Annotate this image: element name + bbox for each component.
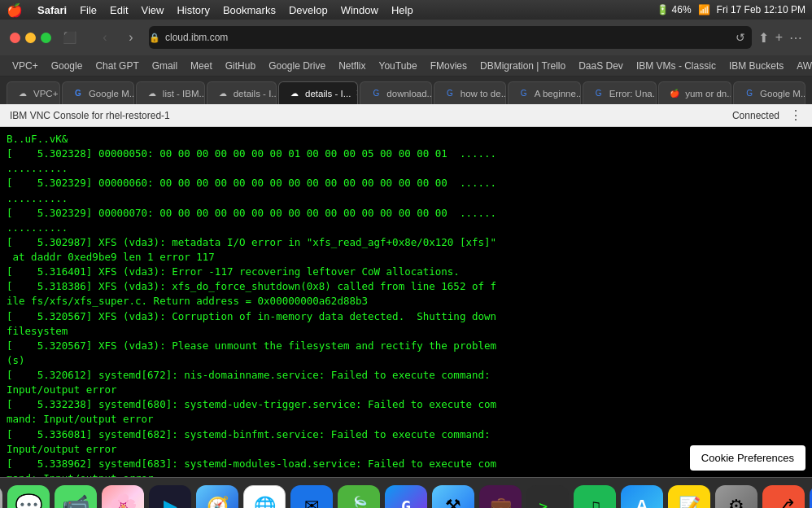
dock-item-mongodb[interactable]: 🍃: [338, 485, 380, 509]
bookmark-daas[interactable]: DaaS Dev: [573, 59, 629, 73]
apple-menu[interactable]: 🍎: [7, 2, 23, 18]
bookmark-chatgpt[interactable]: Chat GPT: [89, 59, 144, 73]
dock-item-mail[interactable]: ✉: [290, 485, 333, 509]
mongodb-icon: 🍃: [348, 496, 370, 509]
menu-bookmarks[interactable]: Bookmarks: [216, 2, 282, 18]
forward-button[interactable]: ›: [120, 26, 142, 49]
dock-item-goland[interactable]: G: [385, 485, 427, 509]
maximize-window-button[interactable]: [41, 33, 51, 43]
tab-howto[interactable]: G how to de...: [434, 81, 506, 104]
bookmark-gmail[interactable]: Gmail: [146, 59, 183, 73]
facetime-icon: 📹: [62, 493, 90, 508]
vnc-status: Connected: [732, 110, 779, 121]
dock: 🗂 ⊞ 💬 📹 🌸 ▶ 🧭 🌐 ✉ 🍃 G ⚒ 💼 >_ ♫ A: [0, 477, 812, 508]
dock-item-terminal[interactable]: >_: [526, 485, 569, 509]
git-icon: ⎇: [774, 496, 794, 509]
safari-icon: 🧭: [207, 496, 229, 509]
dock-item-safari[interactable]: 🧭: [196, 485, 238, 509]
tab-label-google2: Google M...: [760, 89, 805, 99]
bookmark-github[interactable]: GitHub: [220, 59, 261, 73]
menu-view[interactable]: View: [135, 2, 171, 18]
menu-safari[interactable]: Safari: [31, 2, 73, 18]
extensions-button[interactable]: ⋯: [789, 30, 802, 46]
tab-list[interactable]: ☁ list - IBM...: [136, 81, 205, 104]
dock-item-system-prefs[interactable]: ⚙: [715, 485, 757, 509]
bookmark-fmovies[interactable]: FMovies: [425, 59, 473, 73]
cookie-preferences-popup[interactable]: Cookie Preferences: [690, 445, 805, 471]
vnc-console[interactable]: B..uF..vK& [ 5.302328] 00000050: 00 00 0…: [0, 127, 812, 477]
tab-label-vpc: VPC+: [33, 89, 58, 99]
tab-google2[interactable]: G Google M...: [733, 81, 805, 104]
vnc-menu-button[interactable]: ⋮: [789, 107, 802, 123]
share-button[interactable]: ⬆: [758, 30, 769, 46]
vnc-console-wrapper: B..uF..vK& [ 5.302328] 00000050: 00 00 0…: [0, 127, 812, 477]
bookmark-ibmvms[interactable]: IBM VMs - Classic: [631, 59, 722, 73]
tab-label-google1: Google M...: [89, 89, 134, 99]
dock-item-launchpad[interactable]: ⊞: [0, 485, 2, 509]
goland-icon: G: [401, 497, 411, 509]
bookmark-vpc[interactable]: VPC+: [7, 59, 44, 73]
tab-details2[interactable]: ☁ details - I... ✕: [278, 81, 358, 104]
appstore-icon: A: [635, 496, 648, 509]
tab-vpc[interactable]: ☁ VPC+: [7, 81, 60, 104]
tab-error[interactable]: G Error: Una...: [583, 81, 657, 104]
menu-bar: 🍎 Safari File Edit View History Bookmark…: [0, 0, 812, 20]
photos-icon: 🌸: [109, 493, 138, 508]
dock-item-facetime[interactable]: 📹: [55, 485, 97, 509]
system-prefs-icon: ⚙: [728, 496, 744, 509]
bookmark-aws[interactable]: AWS S3 Buckets: [791, 59, 812, 73]
wifi-icon: 📶: [698, 4, 710, 15]
tab-beginner[interactable]: G A beginne...: [508, 81, 581, 104]
traffic-lights: [10, 33, 51, 43]
tab-details1[interactable]: ☁ details - I...: [207, 81, 277, 104]
url-text: cloud.ibm.com: [165, 32, 228, 43]
bookmark-meet[interactable]: Meet: [185, 59, 218, 73]
menu-file[interactable]: File: [73, 2, 103, 18]
terminal-icon: >_: [539, 497, 557, 508]
vnc-toolbar: IBM VNC Console for rhel-restored-1 Conn…: [0, 104, 812, 127]
reload-button[interactable]: ↺: [736, 31, 745, 44]
bookmark-youtube[interactable]: YouTube: [373, 59, 423, 73]
sidebar-toggle-button[interactable]: ⬛: [58, 26, 81, 49]
vnc-console-text: B..uF..vK& [ 5.302328] 00000050: 00 00 0…: [7, 132, 805, 477]
dock-item-photos[interactable]: 🌸: [102, 485, 144, 509]
tab-favicon-yum: 🍎: [669, 88, 680, 99]
tab-download[interactable]: G download...: [360, 81, 431, 104]
dock-item-primevideo[interactable]: ▶: [149, 485, 191, 509]
bookmark-gdrive[interactable]: Google Drive: [263, 59, 331, 73]
address-bar[interactable]: 🔒 cloud.ibm.com ↺: [149, 26, 752, 49]
slack-icon: 💼: [490, 496, 512, 509]
bookmark-ibmbuckets[interactable]: IBM Buckets: [723, 59, 789, 73]
bookmark-google[interactable]: Google: [46, 59, 89, 73]
tab-close-details2[interactable]: ✕: [356, 88, 358, 99]
tab-google1[interactable]: G Google M...: [62, 81, 134, 104]
dock-item-notes[interactable]: 📝: [668, 485, 710, 509]
back-button[interactable]: ‹: [94, 26, 116, 49]
tab-label-error: Error: Una...: [609, 89, 657, 99]
menu-help[interactable]: Help: [385, 2, 420, 18]
browser-toolbar: ⬛ ‹ › 🔒 cloud.ibm.com ↺ ⬆ + ⋯: [0, 20, 812, 55]
bookmark-trello[interactable]: DBMigration | Trello: [474, 59, 571, 73]
menu-window[interactable]: Window: [334, 2, 385, 18]
xcode-icon: ⚒: [445, 496, 461, 509]
tab-favicon-download: G: [370, 88, 382, 99]
dock-item-xcode[interactable]: ⚒: [432, 485, 474, 509]
minimize-window-button[interactable]: [25, 33, 36, 43]
menu-edit[interactable]: Edit: [103, 2, 134, 18]
close-window-button[interactable]: [10, 33, 20, 43]
dock-item-messages[interactable]: 💬: [7, 485, 50, 509]
nav-buttons: ‹ ›: [94, 26, 142, 49]
prime-video-icon: ▶: [164, 496, 177, 509]
tab-yum[interactable]: 🍎 yum or dn...: [658, 81, 731, 104]
new-tab-button[interactable]: +: [775, 30, 783, 46]
dock-item-spotify[interactable]: ♫: [574, 485, 616, 509]
chrome-icon: 🌐: [254, 496, 276, 509]
dock-item-git[interactable]: ⎇: [762, 485, 805, 509]
browser-actions: ⬆ + ⋯: [758, 30, 802, 46]
menu-develop[interactable]: Develop: [282, 2, 334, 18]
dock-item-chrome[interactable]: 🌐: [243, 485, 286, 509]
dock-item-appstore[interactable]: A: [621, 485, 663, 509]
bookmark-netflix[interactable]: Netflix: [333, 59, 371, 73]
menu-history[interactable]: History: [170, 2, 216, 18]
dock-item-slack[interactable]: 💼: [479, 485, 522, 509]
